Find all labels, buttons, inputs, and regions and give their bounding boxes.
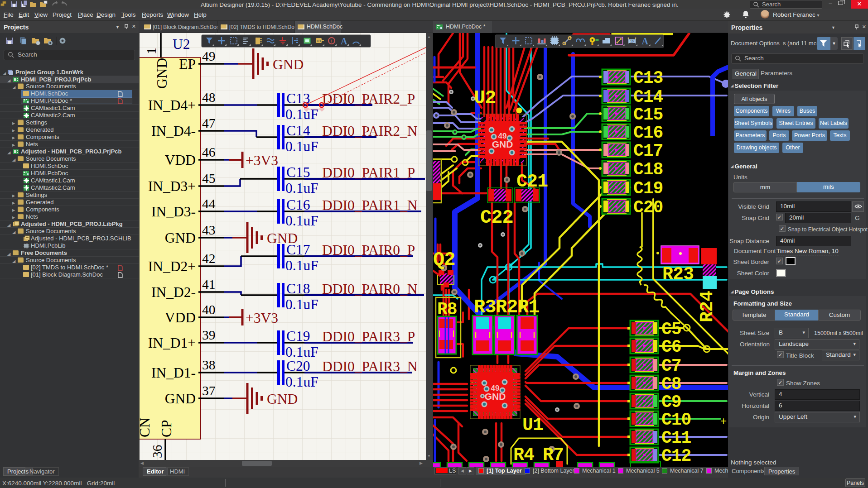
svg-text:1: 1 xyxy=(144,48,159,54)
svg-text:C17: C17 xyxy=(286,242,310,258)
svg-text:GND: GND xyxy=(165,230,196,246)
svg-text:C6: C6 xyxy=(661,337,681,357)
svg-text:IN_D1+: IN_D1+ xyxy=(148,335,196,351)
svg-text:IN_D2+: IN_D2+ xyxy=(148,258,196,274)
svg-text:C16: C16 xyxy=(286,197,310,213)
svg-text:41: 41 xyxy=(202,277,216,292)
svg-text:CN: CN xyxy=(140,417,153,437)
svg-text:R1: R1 xyxy=(517,297,539,318)
svg-text:A: A xyxy=(642,36,649,46)
svg-text:47: 47 xyxy=(202,116,216,130)
svg-text:IN_D2-: IN_D2- xyxy=(151,284,196,300)
svg-text:VDD: VDD xyxy=(165,310,196,325)
svg-text:GND: GND xyxy=(492,139,513,149)
svg-text:C15: C15 xyxy=(286,164,310,180)
svg-text:GND: GND xyxy=(154,58,170,89)
svg-text:IN_D3-: IN_D3- xyxy=(151,204,196,220)
svg-text:42: 42 xyxy=(202,251,216,266)
svg-text:C22: C22 xyxy=(480,207,513,229)
svg-text:C12: C12 xyxy=(661,446,691,466)
svg-text:39: 39 xyxy=(202,328,216,342)
svg-text:36: 36 xyxy=(150,445,164,459)
svg-text:C19: C19 xyxy=(286,328,310,344)
svg-text:C8: C8 xyxy=(661,374,681,394)
svg-text:GND: GND xyxy=(485,391,506,402)
svg-text:C13: C13 xyxy=(286,91,310,106)
svg-text:R2: R2 xyxy=(496,297,517,318)
svg-text:C20: C20 xyxy=(633,198,663,217)
svg-text:DDI0_PAIR1_N: DDI0_PAIR1_N xyxy=(322,197,418,213)
svg-text:DDI0_PAIR3_P: DDI0_PAIR3_P xyxy=(322,329,415,344)
svg-text:0.1uF: 0.1uF xyxy=(285,139,318,154)
svg-text:C20: C20 xyxy=(286,358,310,374)
svg-text:C9: C9 xyxy=(661,392,681,412)
svg-text:49: 49 xyxy=(202,49,216,63)
svg-text:IN_D4-: IN_D4- xyxy=(151,123,196,139)
svg-text:R24: R24 xyxy=(697,291,718,322)
svg-text:C18: C18 xyxy=(633,160,663,179)
svg-text:43: 43 xyxy=(202,223,216,237)
svg-text:+: + xyxy=(720,415,727,427)
svg-text:0.1uF: 0.1uF xyxy=(285,297,318,312)
svg-text:R4: R4 xyxy=(513,445,534,465)
svg-text:Q2: Q2 xyxy=(433,249,455,271)
svg-text:45: 45 xyxy=(202,171,216,186)
svg-text:EP: EP xyxy=(179,56,196,72)
svg-text:0.1uF: 0.1uF xyxy=(285,374,318,390)
svg-text:C21: C21 xyxy=(516,172,548,192)
svg-text:C5: C5 xyxy=(661,320,681,339)
svg-text:U1: U1 xyxy=(522,415,543,435)
svg-text:48: 48 xyxy=(202,90,216,105)
svg-text:C18: C18 xyxy=(286,281,310,297)
svg-text:C10: C10 xyxy=(661,410,691,430)
svg-text:DDI0_PAIR3_N: DDI0_PAIR3_N xyxy=(322,359,418,374)
svg-text:R8: R8 xyxy=(437,300,457,319)
svg-text:IN_D4+: IN_D4+ xyxy=(148,97,196,113)
svg-text:0.1uF: 0.1uF xyxy=(285,180,318,196)
svg-text:C11: C11 xyxy=(661,428,691,448)
svg-text:C16: C16 xyxy=(633,123,663,143)
svg-text:GND: GND xyxy=(267,391,298,407)
svg-text:0.1uF: 0.1uF xyxy=(285,344,318,360)
svg-text:44: 44 xyxy=(202,196,216,211)
svg-text:C13: C13 xyxy=(633,68,663,88)
svg-text:0.1uF: 0.1uF xyxy=(285,213,318,229)
svg-text:40: 40 xyxy=(202,302,216,317)
svg-text:+3V3: +3V3 xyxy=(246,153,278,168)
svg-text:R23: R23 xyxy=(662,264,694,285)
svg-text:U2: U2 xyxy=(474,87,496,109)
svg-text:IN_D3+: IN_D3+ xyxy=(148,178,196,194)
svg-text:10: 10 xyxy=(630,40,634,43)
svg-text:GND: GND xyxy=(273,57,304,72)
svg-text:C15: C15 xyxy=(633,105,663,124)
svg-text:46: 46 xyxy=(202,145,216,159)
svg-text:38: 38 xyxy=(202,358,216,372)
svg-text:DDI0_PAIR2_N: DDI0_PAIR2_N xyxy=(322,123,418,139)
svg-text:37: 37 xyxy=(202,383,216,398)
svg-text:DDI0_PAIR0_N: DDI0_PAIR0_N xyxy=(322,281,418,297)
svg-text:C14: C14 xyxy=(633,87,663,107)
svg-text:+3V3: +3V3 xyxy=(246,310,278,326)
svg-text:DDI0_PAIR0_P: DDI0_PAIR0_P xyxy=(322,242,415,258)
svg-text:0.1uF: 0.1uF xyxy=(285,258,318,273)
svg-text:R3: R3 xyxy=(474,297,496,318)
svg-text:DDI0_PAIR2_P: DDI0_PAIR2_P xyxy=(322,91,415,107)
svg-text:C19: C19 xyxy=(633,179,663,198)
svg-text:C14: C14 xyxy=(286,123,310,139)
svg-text:R7: R7 xyxy=(543,445,564,465)
svg-text:VDD: VDD xyxy=(165,152,196,168)
svg-text:D1: D1 xyxy=(317,39,322,43)
svg-text:CP: CP xyxy=(159,420,174,437)
svg-text:A: A xyxy=(341,36,347,46)
svg-text:IN_D1-: IN_D1- xyxy=(151,365,196,381)
svg-text:DDI0_PAIR1_P: DDI0_PAIR1_P xyxy=(322,165,415,181)
svg-text:GND: GND xyxy=(165,391,196,407)
svg-text:i: i xyxy=(331,38,332,43)
svg-text:U2: U2 xyxy=(173,36,190,52)
svg-text:C7: C7 xyxy=(661,356,681,376)
svg-text:C17: C17 xyxy=(633,141,663,161)
